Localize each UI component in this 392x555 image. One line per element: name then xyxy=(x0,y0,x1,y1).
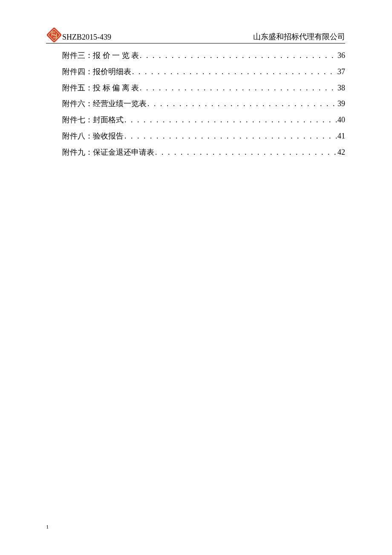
company-name: 山东盛和招标代理有限公司 xyxy=(253,32,345,42)
toc-leader-dots xyxy=(154,145,337,161)
page-header: SHZB2015-439 山东盛和招标代理有限公司 xyxy=(46,25,345,43)
table-of-contents: 附件三：报 价 一 览 表 36 附件四：报价明细表 37 附件五：投 标 偏 … xyxy=(46,48,345,161)
toc-entry: 附件六：经营业绩一览表 39 xyxy=(62,96,345,112)
toc-entry-page: 40 xyxy=(337,112,345,128)
toc-entry: 附件九：保证金退还申请表 42 xyxy=(62,145,345,161)
toc-entry-title: 附件四：报价明细表 xyxy=(62,64,131,80)
toc-entry: 附件五：投 标 偏 离 表 38 xyxy=(62,80,345,96)
toc-leader-dots xyxy=(131,64,337,80)
toc-entry-page: 36 xyxy=(337,48,345,64)
toc-entry-title: 附件三：报 价 一 览 表 xyxy=(62,48,139,64)
toc-entry-page: 37 xyxy=(337,64,345,80)
toc-leader-dots xyxy=(124,112,337,128)
toc-entry-title: 附件六：经营业绩一览表 xyxy=(62,96,147,112)
toc-leader-dots xyxy=(139,80,337,96)
toc-leader-dots xyxy=(124,128,337,145)
toc-entry-title: 附件九：保证金退还申请表 xyxy=(62,145,154,161)
toc-entry: 附件三：报 价 一 览 表 36 xyxy=(62,48,345,64)
page-number: 1 xyxy=(46,523,49,530)
toc-entry-page: 38 xyxy=(337,80,345,96)
toc-entry: 附件七：封面格式 40 xyxy=(62,112,345,128)
toc-entry-page: 41 xyxy=(337,128,345,145)
toc-entry-page: 39 xyxy=(337,96,345,112)
toc-entry-title: 附件五：投 标 偏 离 表 xyxy=(62,80,139,96)
toc-leader-dots xyxy=(139,48,337,64)
toc-entry: 附件四：报价明细表 37 xyxy=(62,64,345,80)
toc-entry-title: 附件七：封面格式 xyxy=(62,112,124,128)
toc-entry-title: 附件八：验收报告 xyxy=(62,128,124,145)
document-page: SHZB2015-439 山东盛和招标代理有限公司 附件三：报 价 一 览 表 … xyxy=(46,25,345,161)
toc-entry: 附件八：验收报告 41 xyxy=(62,128,345,145)
document-code: SHZB2015-439 xyxy=(62,33,111,42)
company-logo-icon xyxy=(46,27,62,43)
toc-leader-dots xyxy=(147,96,337,112)
header-left-group: SHZB2015-439 xyxy=(46,27,111,42)
toc-entry-page: 42 xyxy=(337,145,345,161)
